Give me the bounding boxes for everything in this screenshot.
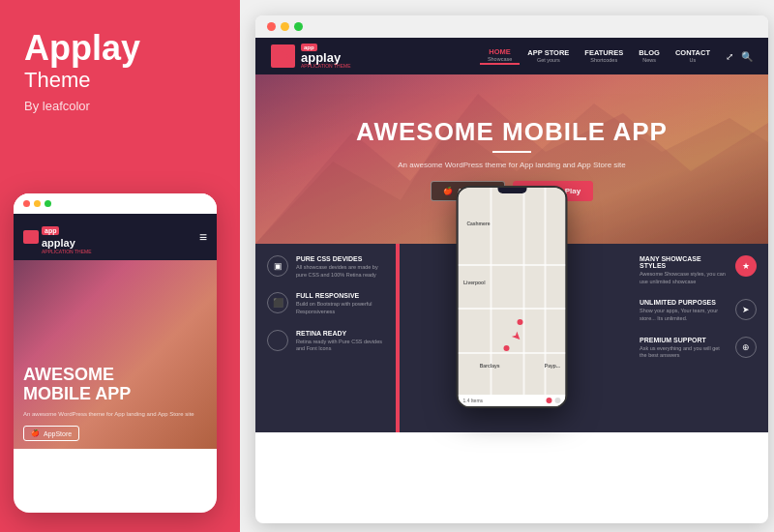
mobile-logo-badge: app [42,226,59,235]
right-panel: app applay APPLICATION THEME HOME Showca… [240,0,774,532]
mobile-hero-title: AWESOME MOBILE APP [23,366,207,404]
left-panel: Applay Theme By leafcolor app applay APP… [0,0,240,532]
mobile-header: app applay APPLICATION THEME ≡ [14,214,217,260]
feature-support: PREMIUM SUPPORT Ask us everything and yo… [640,337,757,360]
features-left: ▣ PURE CSS DEVIDES All showcase devides … [255,244,396,432]
map-road [459,308,566,310]
search-icon[interactable]: 🔍 [741,51,753,62]
expand-icon[interactable]: ⤢ [726,51,733,62]
mobile-hero: AWESOME MOBILE APP An awesome WordPress … [14,260,217,449]
map-road [522,188,524,406]
hero-description: An awesome WordPress theme for App landi… [356,161,668,169]
phone-screen: Cashmere Liverpool Barclays Payp... ➤ 1.… [459,188,566,406]
map-label-barclays: Barclays [480,363,500,369]
feature-showcase: MANY SHOWCASE STYLES Awesome Showcase st… [640,255,757,285]
hero-main-title: AWESOME MOBILE APP [356,117,668,147]
hamburger-icon[interactable]: ≡ [199,229,207,245]
nav-item-blog[interactable]: BLOG News [631,48,668,64]
mobile-appstore-button[interactable]: 🍎 AppStore [23,426,79,441]
globe-icon: ⊕ [735,337,757,358]
dot-green [45,200,51,207]
mobile-logo-text: applay [42,237,92,249]
mobile-logo: app applay APPLICATION THEME [23,220,92,254]
feature-retina: RETINA READY Retina ready with Pure CSS … [267,330,384,353]
dt-dot-green [294,22,303,31]
apple-icon: 🍎 [443,187,453,195]
star-icon: ★ [735,255,757,277]
mobile-logo-tagline: APPLICATION THEME [42,249,92,254]
features-right: MANY SHOWCASE STYLES Awesome Showcase st… [628,244,768,371]
brand-subtitle: Theme [24,68,216,93]
nav-icons: ⤢ 🔍 [726,51,753,62]
dt-dot-red [267,22,276,31]
map-label-cashmere: Cashmere [466,221,490,226]
features-section: ▣ PURE CSS DEVIDES All showcase devides … [255,244,768,432]
map-label-liverpool: Liverpool [463,280,486,285]
nav-item-appstore[interactable]: APP STORE Get yours [520,48,577,64]
map-bottom-bar: 1.4 Items [459,395,566,406]
mobile-titlebar [14,193,217,214]
responsive-icon: ⬛ [267,292,288,313]
retina-icon [267,330,288,351]
map-road [491,188,492,406]
hero-underline [492,151,531,153]
brand-author: By leafcolor [24,99,216,113]
desktop-mockup: app applay APPLICATION THEME HOME Showca… [255,15,768,523]
map-road [544,188,546,406]
dot-yellow [34,200,41,207]
desktop-titlebar [255,15,768,38]
feature-unlimited: UNLIMITED PURPOSES Show your apps, Your … [640,299,757,322]
phone-notch [497,188,526,193]
map-area: Cashmere Liverpool Barclays Payp... ➤ 1.… [459,188,566,406]
nav-item-contact[interactable]: CONTACT Us [668,48,718,64]
desktop-nav: app applay APPLICATION THEME HOME Showca… [255,38,768,74]
send-icon: ➤ [735,299,757,320]
css-icon: ▣ [267,255,288,277]
phone-mockup-center: Cashmere Liverpool Barclays Payp... ➤ 1.… [457,186,568,408]
map-road [459,352,566,354]
map-pin [518,319,523,325]
dt-dot-yellow [281,22,289,31]
mobile-mockup: app applay APPLICATION THEME ≡ AWESOME M… [14,193,217,513]
nav-logo: app applay APPLICATION THEME [271,44,351,69]
pink-divider [396,244,400,432]
map-label-paypay: Payp... [545,363,560,369]
map-road [459,264,566,266]
map-pin-main [503,345,509,351]
apple-icon: 🍎 [31,429,40,437]
brand-name: Applay [24,29,216,68]
feature-css: ▣ PURE CSS DEVIDES All showcase devides … [267,255,384,279]
feature-responsive: ⬛ FULL RESPONSIVE Build on Bootstrap wit… [267,292,384,315]
nav-items: HOME Showcase APP STORE Get yours FEATUR… [480,47,718,65]
nav-item-features[interactable]: FEATURES Shortcodes [577,48,631,64]
mobile-hero-desc: An awesome WordPress theme for App landi… [23,410,207,418]
nav-item-home[interactable]: HOME Showcase [480,47,520,65]
dot-red [23,200,30,207]
nav-logo-text: app applay APPLICATION THEME [301,44,351,69]
